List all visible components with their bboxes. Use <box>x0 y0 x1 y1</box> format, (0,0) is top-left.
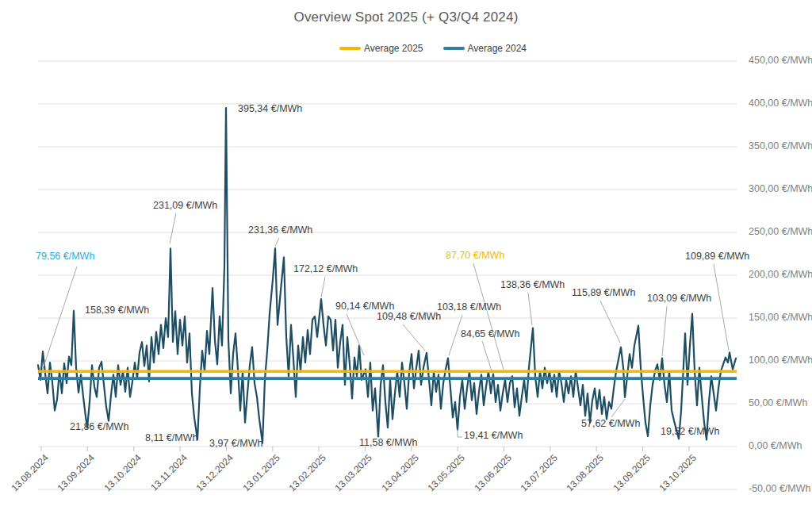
annotation-callout-line <box>662 306 667 356</box>
annotation-callout-line <box>403 324 425 351</box>
chart-title: Overview Spot 2025 (+ Q3/Q4 2024) <box>0 10 812 25</box>
annotation-callout-line <box>611 399 625 417</box>
legend-item-average-2025: Average 2025 <box>339 43 423 54</box>
data-point-label: 231,36 €/MWh <box>248 224 312 236</box>
y-axis-tick-label: 50,00 €/MWh <box>749 397 807 408</box>
data-point-label: 115,89 €/MWh <box>572 287 635 299</box>
y-axis-tick-label: 100,00 €/MWh <box>749 355 812 366</box>
data-point-label: 103,18 €/MWh <box>437 301 501 313</box>
data-point-label: 395,34 €/MWh <box>238 103 302 115</box>
y-axis-tick-label: 0,00 €/MWh <box>749 440 802 451</box>
data-point-label: 138,36 €/MWh <box>500 279 565 291</box>
data-point-label: 19,52 €/MWh <box>661 426 719 438</box>
y-axis-tick-label: 250,00 €/MWh <box>749 226 812 237</box>
y-axis-tick-label: 300,00 €/MWh <box>749 183 812 194</box>
annotation-callout-line <box>321 277 325 297</box>
data-point-label: 19,41 €/MWh <box>464 430 523 442</box>
y-axis-tick-label: 150,00 €/MWh <box>749 312 812 323</box>
annotation-callout-line <box>275 238 279 247</box>
data-point-label: 172,12 €/MWh <box>293 263 358 275</box>
y-axis-tick-label: 350,00 €/MWh <box>749 140 812 151</box>
y-axis-tick-label: 200,00 €/MWh <box>749 269 812 280</box>
data-point-label: 8,11 €/MWh <box>145 432 197 444</box>
chart-legend: Average 2025 Average 2024 <box>339 43 527 54</box>
annotation-callout-line <box>600 301 620 343</box>
legend-label: Average 2024 <box>468 43 527 54</box>
data-point-label: 109,48 €/MWh <box>377 311 441 323</box>
spot-price-chart: Overview Spot 2025 (+ Q3/Q4 2024) Averag… <box>0 0 812 510</box>
y-axis-tick-label: 400,00 €/MWh <box>749 98 812 109</box>
data-point-label: 21,86 €/MWh <box>70 421 128 433</box>
average-2024-line-swatch <box>443 47 465 50</box>
data-point-label: 109,89 €/MWh <box>685 251 749 263</box>
data-point-label: 11,58 €/MWh <box>359 437 417 449</box>
annotation-callout-line <box>170 213 176 243</box>
y-axis-tick-label: -50,00 €/MWh <box>749 483 811 494</box>
data-point-label: 87,70 €/MWh <box>446 250 504 262</box>
annotation-callout-line <box>482 341 492 371</box>
data-point-label: 57,62 €/MWh <box>581 418 640 430</box>
average-2025-line-swatch <box>339 47 361 50</box>
annotation-callout-line <box>714 264 729 351</box>
data-point-label: 3,97 €/MWh <box>209 438 262 450</box>
annotation-callout-line <box>528 293 532 325</box>
legend-label: Average 2025 <box>364 43 423 54</box>
data-point-label: 103,09 €/MWh <box>647 293 711 305</box>
annotation-callout-line <box>473 263 504 370</box>
data-point-label: 84,65 €/MWh <box>461 328 519 340</box>
data-point-label: 79,56 €/MWh <box>36 251 94 263</box>
y-axis-tick-label: 450,00 €/MWh <box>749 55 812 66</box>
legend-item-average-2024: Average 2024 <box>443 43 527 54</box>
data-point-label: 231,09 €/MWh <box>153 200 217 212</box>
data-point-label: 158,39 €/MWh <box>85 305 149 316</box>
